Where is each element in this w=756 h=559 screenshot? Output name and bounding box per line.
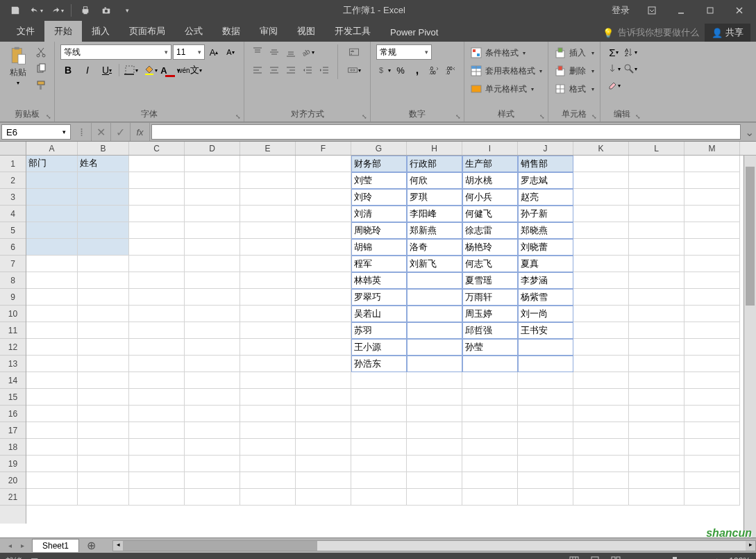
cell[interactable] bbox=[129, 356, 185, 372]
cell[interactable] bbox=[629, 222, 684, 239]
cell[interactable]: 何欣 bbox=[407, 172, 462, 189]
copy-icon[interactable] bbox=[33, 61, 49, 76]
cell[interactable] bbox=[684, 439, 740, 456]
cell[interactable] bbox=[296, 206, 351, 222]
cell[interactable] bbox=[26, 472, 78, 489]
cell[interactable] bbox=[518, 356, 573, 372]
sort-filter-icon[interactable]: AZ▾ bbox=[623, 44, 638, 60]
tell-me-search[interactable]: 💡 告诉我你想要做什么 bbox=[603, 26, 699, 39]
cell[interactable] bbox=[129, 472, 185, 489]
sheet-nav-first-icon[interactable]: ◂ bbox=[4, 540, 15, 551]
cell[interactable] bbox=[407, 339, 462, 356]
cell[interactable] bbox=[78, 256, 129, 272]
cell[interactable] bbox=[296, 422, 351, 439]
decrease-decimal-icon[interactable]: .00.0 bbox=[443, 62, 458, 78]
cell[interactable] bbox=[185, 289, 240, 306]
cell[interactable] bbox=[573, 306, 629, 322]
table-format-button[interactable]: 套用表格格式▾ bbox=[470, 62, 542, 79]
row-header[interactable]: 5 bbox=[0, 222, 26, 239]
fb-menu-icon[interactable]: ⁞ bbox=[72, 123, 92, 141]
accounting-icon[interactable]: $▾ bbox=[376, 62, 392, 78]
cell[interactable] bbox=[573, 489, 629, 506]
cell[interactable] bbox=[78, 206, 129, 222]
column-header[interactable]: E bbox=[240, 142, 296, 155]
row-header[interactable]: 3 bbox=[0, 189, 26, 206]
cell[interactable] bbox=[351, 406, 407, 422]
increase-indent-icon[interactable] bbox=[317, 62, 332, 78]
cell[interactable]: 王书安 bbox=[518, 322, 573, 339]
cell[interactable] bbox=[573, 322, 629, 339]
row-header[interactable]: 12 bbox=[0, 339, 26, 356]
expand-formula-icon[interactable]: ⌄ bbox=[742, 123, 756, 141]
row-header[interactable]: 9 bbox=[0, 289, 26, 306]
cell[interactable] bbox=[462, 422, 518, 439]
cell[interactable] bbox=[573, 389, 629, 406]
percent-icon[interactable]: % bbox=[393, 62, 408, 78]
paste-button[interactable]: 粘贴 ▾ bbox=[6, 44, 31, 87]
cell[interactable] bbox=[462, 472, 518, 489]
cell[interactable]: 夏雪瑶 bbox=[462, 272, 518, 289]
decrease-indent-icon[interactable] bbox=[300, 62, 315, 78]
cell[interactable] bbox=[573, 339, 629, 356]
cell[interactable] bbox=[26, 439, 78, 456]
cell[interactable] bbox=[185, 406, 240, 422]
cell[interactable] bbox=[129, 222, 185, 239]
cell[interactable] bbox=[629, 206, 684, 222]
vertical-scrollbar[interactable] bbox=[744, 156, 756, 537]
comma-icon[interactable]: , bbox=[410, 62, 425, 78]
cell[interactable] bbox=[78, 239, 129, 256]
cell[interactable]: 罗志斌 bbox=[518, 172, 573, 189]
cell[interactable] bbox=[240, 422, 296, 439]
column-header[interactable]: L bbox=[629, 142, 684, 155]
number-format-combo[interactable]: 常规▾ bbox=[376, 44, 432, 60]
cell[interactable] bbox=[629, 456, 684, 472]
cell[interactable]: 生产部 bbox=[462, 156, 518, 172]
cell[interactable] bbox=[296, 439, 351, 456]
cell[interactable] bbox=[684, 356, 740, 372]
cell[interactable]: 部门 bbox=[26, 156, 78, 172]
cell[interactable] bbox=[351, 456, 407, 472]
cell[interactable] bbox=[462, 389, 518, 406]
align-left-icon[interactable] bbox=[250, 62, 265, 78]
cell[interactable] bbox=[129, 172, 185, 189]
cell[interactable]: 吴若山 bbox=[351, 306, 407, 322]
cell[interactable]: 万雨轩 bbox=[462, 289, 518, 306]
cell[interactable] bbox=[240, 372, 296, 389]
cell[interactable] bbox=[407, 389, 462, 406]
cell[interactable]: 周晓玲 bbox=[351, 222, 407, 239]
cell[interactable]: 程军 bbox=[351, 256, 407, 272]
cell[interactable] bbox=[129, 289, 185, 306]
cell[interactable] bbox=[518, 389, 573, 406]
row-header[interactable]: 15 bbox=[0, 389, 26, 406]
cell[interactable]: 孙浩东 bbox=[351, 356, 407, 372]
cell[interactable] bbox=[407, 289, 462, 306]
cell[interactable] bbox=[26, 189, 78, 206]
cell[interactable] bbox=[78, 356, 129, 372]
ribbon-options-icon[interactable] bbox=[638, 0, 666, 21]
cell[interactable] bbox=[129, 156, 185, 172]
qat-customize-icon[interactable]: ▾ bbox=[117, 1, 137, 19]
cell[interactable] bbox=[296, 306, 351, 322]
cell[interactable] bbox=[240, 389, 296, 406]
cell[interactable] bbox=[351, 489, 407, 506]
cell[interactable] bbox=[573, 406, 629, 422]
cell[interactable] bbox=[351, 472, 407, 489]
cell[interactable] bbox=[684, 406, 740, 422]
tab-home[interactable]: 开始 bbox=[44, 21, 82, 42]
cell[interactable] bbox=[240, 206, 296, 222]
cell[interactable] bbox=[684, 456, 740, 472]
cell[interactable] bbox=[573, 272, 629, 289]
cell[interactable] bbox=[240, 289, 296, 306]
cell[interactable]: 刘一尚 bbox=[518, 306, 573, 322]
cell[interactable] bbox=[296, 339, 351, 356]
cell[interactable] bbox=[26, 389, 78, 406]
orientation-icon[interactable]: ab▾ bbox=[300, 44, 315, 60]
increase-font-icon[interactable]: A▴ bbox=[206, 44, 221, 60]
cell[interactable]: 邱哲强 bbox=[462, 322, 518, 339]
cell[interactable] bbox=[185, 239, 240, 256]
cell[interactable] bbox=[129, 206, 185, 222]
horizontal-scrollbar[interactable]: ◂ ▸ bbox=[112, 540, 756, 551]
tab-file[interactable]: 文件 bbox=[7, 21, 44, 42]
cell[interactable]: 赵亮 bbox=[518, 189, 573, 206]
cell[interactable] bbox=[573, 172, 629, 189]
